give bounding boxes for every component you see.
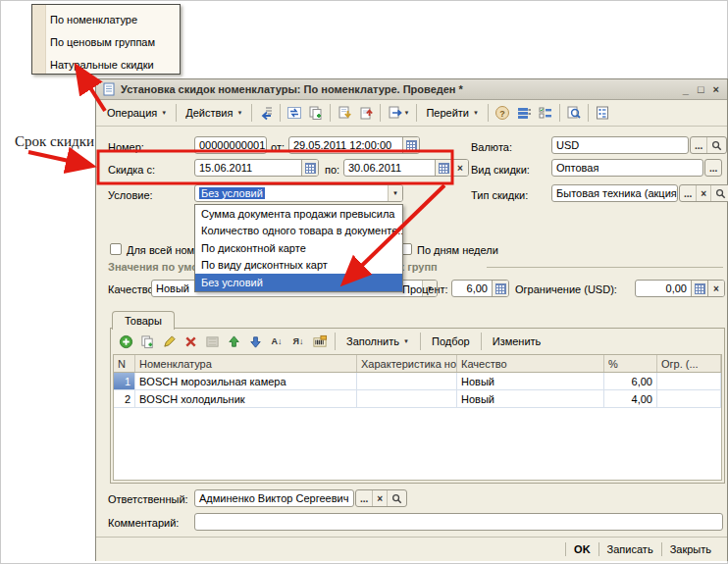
- condition-dropdown-list: Сумма документа продажи превысила Количе…: [194, 204, 403, 292]
- percent-field[interactable]: 6,00: [451, 280, 509, 297]
- clear-button[interactable]: ×: [372, 490, 387, 506]
- copy-button[interactable]: [305, 103, 327, 123]
- col-header-limit[interactable]: Огр. (...: [657, 355, 721, 372]
- document-date-field[interactable]: 29.05.2011 12:00:00: [288, 136, 420, 154]
- sort-desc-icon[interactable]: Я↓: [288, 333, 308, 350]
- dropdown-item-selected[interactable]: Без условий: [195, 274, 402, 291]
- ellipsis-button[interactable]: ...: [356, 490, 372, 506]
- minimize-icon[interactable]: _: [683, 84, 689, 95]
- refresh-button[interactable]: [284, 103, 305, 123]
- move-up-button[interactable]: [224, 333, 243, 350]
- clear-button[interactable]: ×: [696, 185, 710, 201]
- pick-button[interactable]: Подбор: [426, 333, 476, 349]
- refresh-icon: [286, 105, 302, 121]
- post-document-icon: [337, 105, 352, 121]
- search-button[interactable]: [710, 185, 728, 201]
- post-document-button[interactable]: [334, 103, 355, 123]
- sort-asc-icon[interactable]: А↓: [267, 333, 286, 350]
- barcode-button[interactable]: [310, 333, 330, 350]
- tab-products[interactable]: Товары: [112, 311, 175, 330]
- change-button[interactable]: Изменить: [487, 333, 547, 349]
- calculator-button[interactable]: [691, 281, 707, 296]
- delete-row-button[interactable]: [181, 333, 200, 350]
- currency-field[interactable]: USD: [551, 136, 689, 154]
- close-icon[interactable]: ×: [713, 84, 719, 95]
- menu-icon-gutter: [32, 5, 46, 74]
- preview-icon: [566, 105, 582, 121]
- responsible-field[interactable]: Админенко Виктор Сергеевич: [194, 489, 354, 507]
- menu-item-by-price-groups[interactable]: По ценовым группам: [50, 30, 155, 53]
- save-button[interactable]: Записать: [599, 540, 661, 558]
- calculator-button[interactable]: [492, 281, 508, 296]
- col-header-nomenclature[interactable]: Номенклатура: [135, 355, 357, 372]
- discount-kind-field[interactable]: Оптовая: [551, 159, 703, 177]
- operation-menu-button[interactable]: Операция ▼: [101, 104, 173, 122]
- barcode-icon: [312, 334, 328, 349]
- menu-item-by-nomenclature[interactable]: По номенклатуре: [50, 8, 137, 30]
- dropdown-item[interactable]: Сумма документа продажи превысила: [195, 205, 402, 223]
- search-button[interactable]: [706, 137, 726, 153]
- close-button[interactable]: Закрыть: [662, 540, 719, 558]
- number-field[interactable]: 00000000001: [194, 136, 267, 154]
- toolbar-separator: [420, 333, 421, 350]
- add-row-button[interactable]: [116, 333, 135, 350]
- dropdown-item[interactable]: По дисконтной карте: [195, 239, 402, 257]
- discount-from-field[interactable]: 15.06.2011: [194, 159, 319, 177]
- maximize-icon[interactable]: □: [698, 84, 704, 95]
- barcode-disabled-button[interactable]: [202, 333, 222, 350]
- checkbox-settings-icon: [538, 105, 553, 121]
- write-document-icon: [258, 105, 274, 121]
- calendar-button[interactable]: [435, 160, 451, 176]
- unpost-document-button[interactable]: [355, 103, 377, 123]
- chevron-down-icon[interactable]: ▼: [388, 185, 402, 201]
- limit-field[interactable]: 0,00 ×: [635, 280, 725, 297]
- dropdown-item[interactable]: Количество одного товара в документе...: [195, 223, 402, 240]
- edit-row-button[interactable]: [159, 333, 179, 350]
- table-row[interactable]: 1 BOSCH морозильная камера Новый 6,00: [114, 373, 721, 390]
- checkbox-all-nomenclature[interactable]: [110, 243, 122, 255]
- discount-to-value: 30.06.2011: [344, 160, 435, 176]
- ellipsis-button[interactable]: ...: [705, 160, 721, 176]
- search-button[interactable]: [387, 490, 406, 506]
- percent-cell: 6,00: [604, 373, 657, 389]
- clear-button[interactable]: ×: [707, 281, 724, 296]
- ok-button[interactable]: OK: [566, 540, 598, 558]
- goto-menu-button[interactable]: Перейти ▼: [420, 104, 485, 122]
- col-header-n[interactable]: N: [114, 355, 135, 372]
- discount-to-field[interactable]: 30.06.2011 ×: [343, 159, 469, 177]
- copy-row-button[interactable]: [137, 333, 157, 350]
- col-header-quality[interactable]: Качество: [457, 355, 604, 372]
- calendar-button[interactable]: [402, 137, 419, 153]
- output-button[interactable]: ▼: [384, 103, 413, 123]
- products-toolbar: А↓ Я↓ Заполнить ▼: [113, 331, 722, 352]
- comment-field[interactable]: [194, 513, 723, 531]
- preview-button[interactable]: [563, 103, 585, 123]
- ellipsis-button[interactable]: ...: [680, 185, 696, 201]
- calculator-icon: [495, 283, 506, 294]
- toolbar-separator: [488, 104, 489, 122]
- structure-button[interactable]: [592, 103, 613, 123]
- ellipsis-button[interactable]: ...: [691, 137, 706, 153]
- menu-item-natural-discounts[interactable]: Натуральные скидки: [50, 53, 154, 76]
- dropdown-item[interactable]: По виду дисконтных карт: [195, 257, 402, 275]
- fill-menu-button[interactable]: Заполнить ▼: [340, 333, 415, 349]
- actions-menu-button[interactable]: Действия ▼: [180, 104, 248, 122]
- checkbox-settings-button[interactable]: [535, 103, 556, 123]
- table-row[interactable]: 2 BOSCH холодильник Новый 4,00: [114, 390, 721, 408]
- toolbar-separator: [251, 104, 252, 122]
- col-header-characteristic[interactable]: Характеристика ном...: [357, 355, 457, 372]
- document-icon: [102, 82, 116, 96]
- list-settings-button[interactable]: [513, 103, 535, 123]
- help-button[interactable]: ?: [492, 103, 513, 123]
- responsible-field-buttons: ... ×: [355, 489, 407, 507]
- write-document-button[interactable]: [255, 103, 277, 123]
- comment-value: [195, 514, 722, 530]
- condition-combobox[interactable]: Без условий ▼: [194, 184, 403, 202]
- row-number-cell: 2: [114, 390, 135, 407]
- move-down-button[interactable]: [245, 333, 265, 350]
- calendar-button[interactable]: [301, 160, 318, 176]
- discount-type-field[interactable]: Бытовая техника (акция): [551, 184, 678, 202]
- col-header-percent[interactable]: %: [604, 355, 657, 372]
- clear-button[interactable]: ×: [451, 160, 468, 176]
- discount-from-value: 15.06.2011: [195, 160, 301, 176]
